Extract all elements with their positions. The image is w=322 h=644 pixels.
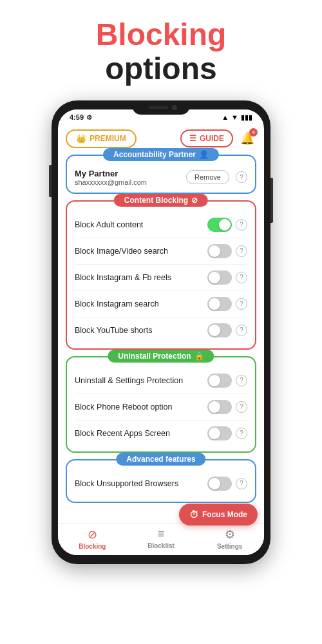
help-icon-yt-shorts[interactable]: ? [236, 325, 247, 336]
setting-right: ? [207, 323, 247, 337]
battery-icon: ▮▮▮ [241, 113, 252, 122]
help-icon-uninstall[interactable]: ? [236, 375, 247, 386]
status-left: 4:59 ⚙ [70, 113, 92, 121]
accountability-card: Accountability Partner 👤 My Partner shax… [66, 155, 256, 194]
setting-label: Block Unsupported Browsers [75, 479, 207, 488]
toggle-block-recent-apps[interactable] [207, 426, 232, 440]
setting-right: ? [207, 244, 247, 258]
setting-right: ? [207, 218, 247, 232]
setting-label: Block Instagram & Fb reels [75, 273, 207, 282]
header-blocking: Blocking [0, 18, 322, 52]
setting-right: ? [207, 477, 247, 491]
help-icon-browsers[interactable]: ? [236, 478, 247, 489]
setting-row: Block Instagram & Fb reels ? [75, 265, 247, 291]
help-icon-recent-apps[interactable]: ? [236, 428, 247, 439]
setting-row: Block Phone Reboot option ? [75, 394, 247, 421]
advanced-features-tag: Advanced features [116, 453, 205, 466]
help-icon-reels[interactable]: ? [236, 272, 247, 283]
premium-button[interactable]: 👑 PREMIUM [66, 129, 137, 148]
partner-name: My Partner [75, 169, 147, 178]
setting-label: Block Image/Video search [75, 247, 207, 256]
page-header: Blocking options [0, 0, 322, 97]
scroll-content[interactable]: 👑 PREMIUM ☰ GUIDE 🔔 4 [58, 123, 264, 523]
accountability-tag: Accountability Partner 👤 [103, 148, 219, 161]
setting-label: Block Recent Apps Screen [75, 429, 207, 438]
focus-mode-icon: ⏱ [189, 509, 198, 520]
toggle-block-yt-shorts[interactable] [207, 323, 232, 337]
toggle-block-image[interactable] [207, 244, 232, 258]
setting-right: ? [207, 297, 247, 311]
phone-mockup: 4:59 ⚙ ▲ ▼ ▮▮▮ 👑 PREMIUM [52, 100, 270, 564]
guide-label: GUIDE [200, 134, 224, 143]
setting-right: ? [207, 400, 247, 414]
nav-item-settings[interactable]: ⚙ Settings [195, 527, 264, 550]
partner-icon: 👤 [199, 150, 209, 159]
help-icon-image[interactable]: ? [236, 245, 247, 257]
setting-row: Block Adult content ? [75, 212, 247, 238]
setting-right: ? [207, 270, 247, 285]
setting-right: ? [207, 426, 247, 440]
block-icon: ⊘ [191, 196, 198, 205]
menu-icon: ☰ [189, 134, 196, 143]
remove-button[interactable]: Remove [186, 170, 229, 184]
toggle-block-adult[interactable] [207, 218, 232, 232]
setting-row: Uninstall & Settings Protection ? [75, 368, 247, 394]
setting-label: Block Phone Reboot option [75, 402, 207, 412]
uninstall-protection-card: Uninstall Protection 🔒 Uninstall & Setti… [66, 356, 256, 453]
nav-item-blocking[interactable]: ⊘ Blocking [58, 527, 127, 550]
blocklist-nav-icon: ≡ [158, 527, 165, 541]
accountability-content: My Partner shaxxxxxx@gmail.com Remove ? [67, 156, 255, 193]
partner-email: shaxxxxxx@gmail.com [75, 178, 147, 186]
top-buttons-row: 👑 PREMIUM ☰ GUIDE 🔔 4 [66, 129, 256, 148]
signal-icon: ▼ [231, 113, 238, 121]
toggle-block-browsers[interactable] [207, 477, 232, 491]
help-icon-adult[interactable]: ? [236, 219, 247, 231]
partner-row: My Partner shaxxxxxx@gmail.com Remove ? [75, 166, 247, 187]
camera [172, 105, 177, 110]
blocking-nav-label: Blocking [79, 543, 106, 550]
advanced-features-card: Advanced features Block Unsupported Brow… [66, 459, 256, 503]
advanced-features-content: Block Unsupported Browsers ? [67, 460, 255, 502]
setting-row: Block YouTube shorts ? [75, 317, 247, 343]
speaker [149, 106, 168, 109]
help-icon-ig-search[interactable]: ? [236, 298, 247, 310]
bell-button[interactable]: 🔔 4 [238, 129, 256, 147]
bell-badge: 4 [249, 128, 258, 137]
content-blocking-tag: Content Blocking ⊘ [114, 194, 208, 207]
toggle-block-reels[interactable] [207, 270, 232, 285]
focus-mode-label: Focus Mode [202, 510, 247, 519]
setting-right: ? [207, 374, 247, 388]
help-icon-reboot[interactable]: ? [236, 401, 247, 413]
setting-row: Block Unsupported Browsers ? [75, 471, 247, 497]
setting-label: Uninstall & Settings Protection [75, 376, 207, 385]
setting-row: Block Instagram search ? [75, 291, 247, 317]
guide-button[interactable]: ☰ GUIDE [180, 129, 233, 147]
setting-label: Block Instagram search [75, 299, 207, 308]
uninstall-protection-content: Uninstall & Settings Protection ? Block … [67, 357, 255, 451]
crown-icon: 👑 [76, 134, 86, 144]
status-right: ▲ ▼ ▮▮▮ [222, 113, 252, 122]
focus-mode-button[interactable]: ⏱ Focus Mode [179, 504, 258, 526]
wifi-icon: ▲ [222, 113, 229, 121]
settings-nav-icon: ⚙ [225, 527, 235, 542]
header-options: options [0, 52, 322, 86]
uninstall-protection-label: Uninstall Protection [118, 352, 191, 361]
time-display: 4:59 [70, 113, 84, 121]
toggle-uninstall-protect[interactable] [207, 374, 232, 388]
top-right-buttons: ☰ GUIDE 🔔 4 [180, 129, 256, 147]
notch [132, 100, 190, 115]
toggle-block-ig-search[interactable] [207, 297, 232, 311]
content-blocking-card: Content Blocking ⊘ Block Adult content ? [66, 200, 256, 350]
advanced-features-label: Advanced features [126, 455, 195, 464]
partner-info: My Partner shaxxxxxx@gmail.com [75, 169, 147, 186]
partner-actions: Remove ? [186, 170, 247, 184]
blocking-nav-icon: ⊘ [88, 527, 97, 542]
help-icon-accountability[interactable]: ? [236, 171, 247, 183]
accountability-tag-label: Accountability Partner [113, 150, 196, 159]
content-blocking-content: Block Adult content ? Block Image/Video … [67, 202, 255, 348]
setting-label: Block YouTube shorts [75, 326, 207, 335]
toggle-block-reboot[interactable] [207, 400, 232, 414]
nav-item-blocklist[interactable]: ≡ Blocklist [127, 527, 196, 550]
setting-row: Block Image/Video search ? [75, 238, 247, 265]
lock-icon: 🔒 [194, 352, 204, 361]
